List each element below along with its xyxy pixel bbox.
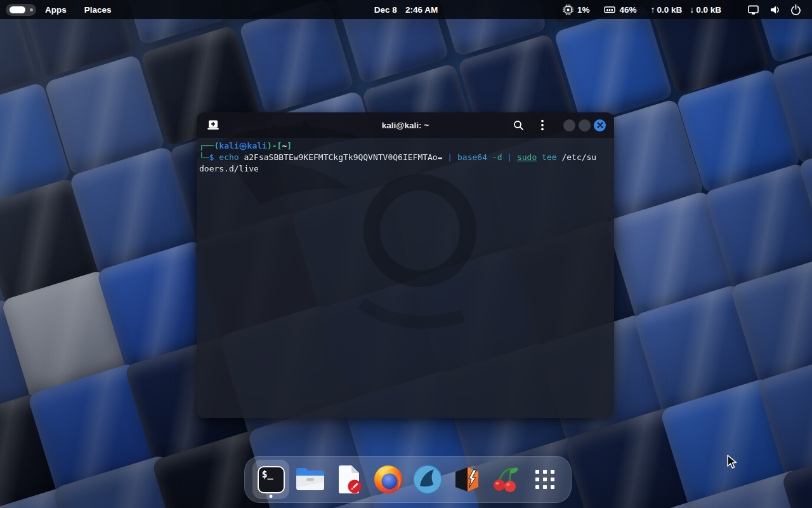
search-icon[interactable] [511,117,526,133]
workspace-dot [30,8,33,11]
close-button[interactable] [594,119,606,131]
terminal-titlebar[interactable]: kali@kali: ~ [197,112,614,138]
menu-kebab-icon[interactable] [535,117,550,133]
places-menu[interactable]: Places [75,0,121,19]
workspace-indicator[interactable] [6,4,36,16]
system-indicators[interactable]: 1% 46% ↑ 0.0 kB ↓ 0.0 kB [562,0,812,19]
memory-percent: 46% [619,5,636,15]
dock-item-app-grid[interactable] [527,460,563,499]
clock[interactable]: Dec 8 2:46 AM [374,0,438,19]
cherrytree-icon [490,464,521,495]
running-indicator [270,495,273,498]
net-down-arrow-icon: ↓ [690,4,694,15]
dock-item-text-editor[interactable] [331,460,367,499]
dock-item-files[interactable] [292,460,329,499]
dock-item-wireshark[interactable] [409,460,446,499]
net-up-value: 0.0 kB [657,5,682,15]
app-grid-icon [535,469,555,490]
top-bar: Apps Places Dec 8 2:46 AM 1% [0,0,812,19]
cpu-percent: 1% [577,5,590,15]
mouse-cursor [727,455,738,470]
cpu-icon [562,4,574,16]
wireshark-icon [412,464,443,495]
network-icon[interactable] [747,4,760,16]
new-tab-button[interactable] [206,117,221,133]
volume-icon[interactable] [769,4,781,16]
net-down-value: 0.0 kB [696,5,721,15]
desktop: Apps Places Dec 8 2:46 AM 1% [0,0,812,508]
dock-item-cherrytree[interactable] [487,460,524,499]
terminal-icon: $_ [258,466,285,493]
terminal-text: ┌──(kali㉿kali)-[~]└─$ echo a2FsaSBBTEw9K… [199,140,612,175]
dock-item-firefox[interactable] [370,460,407,499]
files-icon [295,466,325,493]
minimize-button[interactable] [563,119,575,131]
text-editor-icon [336,464,362,495]
net-up-arrow-icon: ↑ [650,4,655,15]
firefox-icon [373,464,403,495]
maximize-button[interactable] [579,119,591,131]
dock-item-terminal[interactable]: $_ [252,460,289,499]
terminal-window: kali@kali: ~ [197,112,614,418]
apps-menu[interactable]: Apps [36,0,75,19]
clock-date: Dec 8 [374,5,397,15]
dock-item-burpsuite[interactable] [449,460,485,499]
workspace-active-pill [10,6,25,13]
dock: $_ [244,456,572,503]
power-icon[interactable] [790,4,802,16]
terminal-screen[interactable]: ┌──(kali㉿kali)-[~]└─$ echo a2FsaSBBTEw9K… [197,138,614,418]
clock-time: 2:46 AM [405,5,438,15]
memory-icon [603,4,616,16]
burpsuite-icon [452,465,481,494]
